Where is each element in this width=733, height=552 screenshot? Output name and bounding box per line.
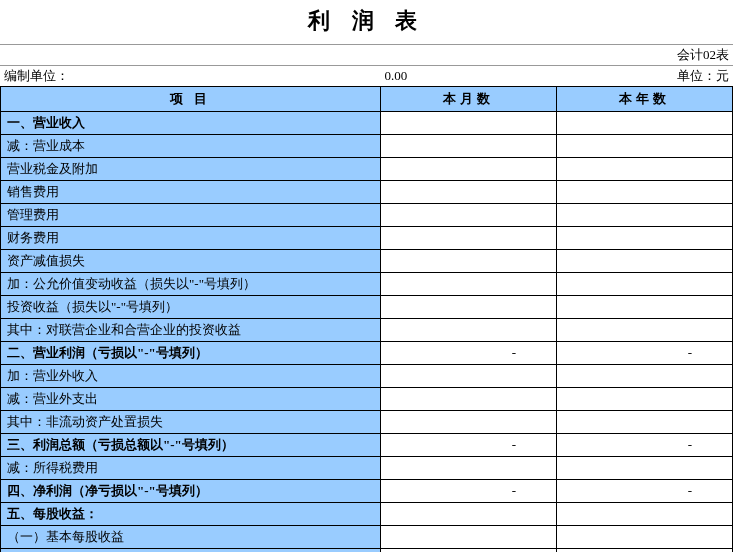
row-month-value[interactable] [381, 181, 557, 204]
row-month-value[interactable] [381, 135, 557, 158]
row-month-value[interactable] [381, 457, 557, 480]
row-month-value[interactable] [381, 273, 557, 296]
row-month-value[interactable]: - [381, 342, 557, 365]
table-row: 四、净利润（净亏损以"-"号填列）-- [1, 480, 733, 503]
row-month-value[interactable] [381, 503, 557, 526]
row-month-value[interactable] [381, 112, 557, 135]
row-label: 五、每股收益： [1, 503, 381, 526]
row-label: 其中：非流动资产处置损失 [1, 411, 381, 434]
row-month-value[interactable] [381, 250, 557, 273]
header-month: 本月数 [381, 87, 557, 112]
header-row: 项 目 本月数 本年数 [1, 87, 733, 112]
row-label: 二、营业利润（亏损以"-"号填列） [1, 342, 381, 365]
row-label: （二）稀释每股收益 [1, 549, 381, 553]
row-month-value[interactable]: - [381, 480, 557, 503]
table-row: 营业税金及附加 [1, 158, 733, 181]
row-label: 管理费用 [1, 204, 381, 227]
row-year-value[interactable] [557, 457, 733, 480]
row-month-value[interactable] [381, 526, 557, 549]
row-label: 一、营业收入 [1, 112, 381, 135]
table-row: 销售费用 [1, 181, 733, 204]
row-label: 销售费用 [1, 181, 381, 204]
table-row: 财务费用 [1, 227, 733, 250]
row-year-value[interactable] [557, 181, 733, 204]
report-title: 利 润 表 [0, 0, 733, 44]
prepared-by-label: 编制单位： [0, 66, 381, 87]
row-year-value[interactable] [557, 227, 733, 250]
row-month-value[interactable] [381, 296, 557, 319]
period-value: 0.00 [381, 66, 557, 87]
row-year-value[interactable]: - [557, 342, 733, 365]
row-year-value[interactable] [557, 365, 733, 388]
row-year-value[interactable] [557, 250, 733, 273]
table-row: 加：营业外收入 [1, 365, 733, 388]
row-year-value[interactable] [557, 204, 733, 227]
row-year-value[interactable] [557, 273, 733, 296]
row-label: 其中：对联营企业和合营企业的投资收益 [1, 319, 381, 342]
table-row: 减：营业外支出 [1, 388, 733, 411]
row-year-value[interactable] [557, 411, 733, 434]
row-year-value[interactable] [557, 112, 733, 135]
row-label: （一）基本每股收益 [1, 526, 381, 549]
meta-blank-1 [0, 45, 381, 66]
row-label: 财务费用 [1, 227, 381, 250]
row-label: 减：营业外支出 [1, 388, 381, 411]
row-month-value[interactable] [381, 204, 557, 227]
table-row: 其中：对联营企业和合营企业的投资收益 [1, 319, 733, 342]
table-row: 投资收益（损失以"-"号填列） [1, 296, 733, 319]
row-label: 加：公允价值变动收益（损失以"-"号填列） [1, 273, 381, 296]
table-row: 其中：非流动资产处置损失 [1, 411, 733, 434]
form-code: 会计02表 [557, 45, 733, 66]
row-label: 三、利润总额（亏损总额以"-"号填列） [1, 434, 381, 457]
table-row: 减：所得税费用 [1, 457, 733, 480]
row-month-value[interactable] [381, 549, 557, 553]
table-row: 减：营业成本 [1, 135, 733, 158]
row-year-value[interactable] [557, 388, 733, 411]
row-year-value[interactable] [557, 296, 733, 319]
row-month-value[interactable]: - [381, 434, 557, 457]
row-month-value[interactable] [381, 158, 557, 181]
unit-label: 单位：元 [557, 66, 733, 87]
table-row: 一、营业收入 [1, 112, 733, 135]
row-month-value[interactable] [381, 365, 557, 388]
row-month-value[interactable] [381, 319, 557, 342]
row-year-value[interactable] [557, 319, 733, 342]
table-row: 资产减值损失 [1, 250, 733, 273]
header-item: 项 目 [1, 87, 381, 112]
row-month-value[interactable] [381, 388, 557, 411]
table-body: 一、营业收入减：营业成本营业税金及附加销售费用管理费用财务费用资产减值损失加：公… [1, 112, 733, 553]
row-year-value[interactable] [557, 549, 733, 553]
row-label: 减：所得税费用 [1, 457, 381, 480]
table-row: 管理费用 [1, 204, 733, 227]
row-label: 投资收益（损失以"-"号填列） [1, 296, 381, 319]
row-year-value[interactable] [557, 503, 733, 526]
table-row: 三、利润总额（亏损总额以"-"号填列）-- [1, 434, 733, 457]
header-year: 本年数 [557, 87, 733, 112]
row-label: 加：营业外收入 [1, 365, 381, 388]
row-month-value[interactable] [381, 411, 557, 434]
row-label: 四、净利润（净亏损以"-"号填列） [1, 480, 381, 503]
income-statement-table: 项 目 本月数 本年数 一、营业收入减：营业成本营业税金及附加销售费用管理费用财… [0, 86, 733, 552]
meta-blank-2 [381, 45, 557, 66]
table-row: 加：公允价值变动收益（损失以"-"号填列） [1, 273, 733, 296]
row-year-value[interactable] [557, 526, 733, 549]
row-year-value[interactable] [557, 135, 733, 158]
row-year-value[interactable]: - [557, 480, 733, 503]
table-row: （一）基本每股收益 [1, 526, 733, 549]
meta-area: 会计02表 编制单位： 0.00 单位：元 [0, 44, 733, 86]
row-label: 减：营业成本 [1, 135, 381, 158]
row-year-value[interactable]: - [557, 434, 733, 457]
row-year-value[interactable] [557, 158, 733, 181]
row-label: 营业税金及附加 [1, 158, 381, 181]
table-row: 五、每股收益： [1, 503, 733, 526]
row-month-value[interactable] [381, 227, 557, 250]
table-row: （二）稀释每股收益 [1, 549, 733, 553]
row-label: 资产减值损失 [1, 250, 381, 273]
table-row: 二、营业利润（亏损以"-"号填列）-- [1, 342, 733, 365]
